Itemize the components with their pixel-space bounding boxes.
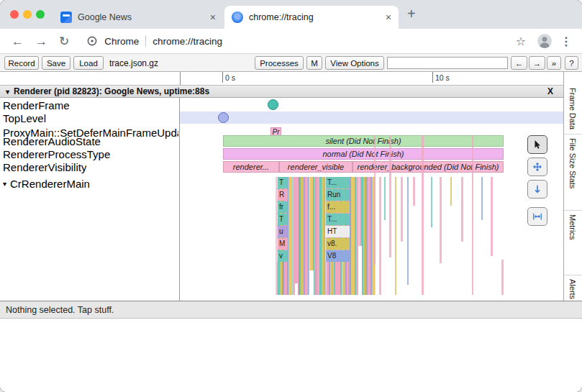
bookmark-star-icon[interactable]: ☆ (516, 35, 526, 48)
track-view: RenderFrame TopLevel ProxyMain::SetDefer… (0, 98, 563, 301)
fullscreen-window-button[interactable] (36, 10, 45, 19)
google-news-favicon (60, 12, 72, 23)
flame-slice[interactable]: fr (277, 201, 288, 213)
flame-slice[interactable]: HT (325, 226, 350, 237)
trace-filename: trace.json.gz (109, 58, 158, 68)
metrics-button[interactable]: M (306, 56, 322, 70)
tab-close-icon[interactable]: × (386, 12, 391, 22)
selection-status-text: Nothing selected. Tap stuff. (6, 305, 114, 315)
flame-slice[interactable]: T (277, 177, 288, 188)
browser-window: Google News × chrome://tracing × + ← → ↻… (0, 0, 582, 392)
pan-tool-button[interactable] (527, 158, 547, 176)
tab-metrics[interactable]: Metrics (568, 214, 577, 240)
analysis-tab-strip: Frame Data File Size Stats Metrics Alert… (563, 72, 582, 301)
tab-label: Google News (78, 12, 204, 22)
flame-cells: TT...RRunfrf...TT...uHTMv8.vV8 (180, 98, 563, 301)
timeline-ruler: 0 s 10 s (180, 72, 563, 85)
pan-icon (532, 162, 542, 172)
track-label: RendererAudioState (3, 135, 101, 147)
minimize-window-button[interactable] (23, 10, 32, 19)
tab-close-icon[interactable]: × (210, 12, 216, 22)
ruler-tick (432, 72, 433, 83)
tab-frame-data[interactable]: Frame Data (568, 88, 577, 129)
timing-icon (532, 211, 542, 222)
tracing-favicon (232, 12, 243, 23)
tab-alerts[interactable]: Alerts (568, 279, 577, 299)
flame-slice[interactable]: T... (325, 214, 350, 225)
track-label: RendererProcessType (3, 148, 110, 160)
timing-tool-button[interactable] (527, 207, 547, 226)
selection-arrow-icon (532, 140, 542, 150)
find-next-button[interactable]: → (529, 56, 545, 70)
zoom-arrow-icon (532, 184, 542, 194)
flame-slice[interactable]: M (277, 238, 288, 250)
selection-status-bar: Nothing selected. Tap stuff. (0, 301, 582, 319)
side-separator (564, 134, 582, 135)
track-label: TopLevel (3, 112, 46, 124)
view-options-button[interactable]: View Options (325, 56, 384, 70)
ruler-tick-label: 0 s (225, 73, 235, 82)
process-close-button[interactable]: X (547, 86, 553, 96)
track-label: RenderFrame (3, 99, 70, 111)
url-text[interactable]: chrome://tracing (153, 36, 222, 47)
flame-slice[interactable]: T... (325, 177, 350, 188)
tab-tracing[interactable]: chrome://tracing × (224, 6, 399, 29)
new-tab-button[interactable]: + (407, 6, 416, 22)
close-window-button[interactable] (10, 10, 19, 19)
thread-label: CrRendererMain (10, 178, 90, 190)
flame-slice[interactable]: v8. (325, 238, 350, 250)
back-icon[interactable]: ← (12, 35, 24, 47)
side-separator (564, 210, 582, 211)
flame-slice[interactable]: v (277, 250, 288, 262)
mode-toolbar (527, 135, 549, 229)
reload-icon[interactable]: ↻ (59, 35, 69, 47)
side-separator (564, 275, 582, 275)
load-button[interactable]: Load (73, 56, 104, 70)
selection-tool-button[interactable] (527, 135, 547, 154)
help-button[interactable]: ? (565, 56, 578, 70)
process-header[interactable]: ▾ Renderer (pid 82823): Google News, upt… (0, 85, 563, 98)
url-origin[interactable]: Chrome (104, 36, 139, 47)
timeline-canvas[interactable]: Pr silent (Did Not Finish) normal (Did N… (180, 98, 563, 301)
save-button[interactable]: Save (42, 56, 71, 70)
menu-icon[interactable]: ⋮ (560, 35, 572, 48)
zoom-tool-button[interactable] (527, 180, 547, 199)
find-input[interactable] (387, 57, 508, 69)
page-info-icon[interactable] (86, 35, 98, 47)
find-previous-button[interactable]: ← (511, 56, 527, 70)
tracing-toolbar: Record Save Load trace.json.gz Processes… (0, 53, 582, 72)
tab-strip: Google News × chrome://tracing × + (0, 0, 582, 29)
collapse-icon[interactable]: ▾ (6, 88, 9, 96)
analysis-panel-body (0, 319, 582, 392)
analysis-panel: Nothing selected. Tap stuff. (0, 301, 582, 392)
flame-slice[interactable]: Run (325, 189, 350, 201)
flame-slice[interactable]: u (277, 226, 288, 237)
find-more-button[interactable]: » (547, 56, 561, 70)
track-label: RendererVisibility (3, 161, 86, 173)
thread-header-crrenderermain[interactable]: ▾ CrRendererMain (3, 178, 90, 190)
ruler-tick (222, 72, 223, 83)
flame-slice[interactable]: f... (325, 201, 350, 213)
tab-file-size-stats[interactable]: File Size Stats (568, 138, 577, 188)
flame-slice[interactable]: R (277, 189, 288, 201)
url-divider (145, 35, 146, 47)
tab-google-news[interactable]: Google News × (53, 6, 223, 29)
process-title: Renderer (pid 82823): Google News, uptim… (14, 86, 209, 96)
flame-slice[interactable]: V8 (325, 250, 350, 262)
forward-icon[interactable]: → (35, 35, 47, 47)
tab-label: chrome://tracing (249, 12, 380, 22)
address-bar: ← → ↻ Chrome chrome://tracing ☆ ⋮ (0, 29, 582, 53)
collapse-icon[interactable]: ▾ (3, 180, 6, 188)
track-label-column: RenderFrame TopLevel ProxyMain::SetDefer… (0, 98, 180, 301)
record-button[interactable]: Record (4, 56, 39, 70)
profile-avatar[interactable] (537, 34, 552, 48)
ruler-tick-label: 10 s (435, 73, 450, 82)
processes-button[interactable]: Processes (255, 56, 304, 70)
flame-slice[interactable]: T (277, 214, 288, 225)
